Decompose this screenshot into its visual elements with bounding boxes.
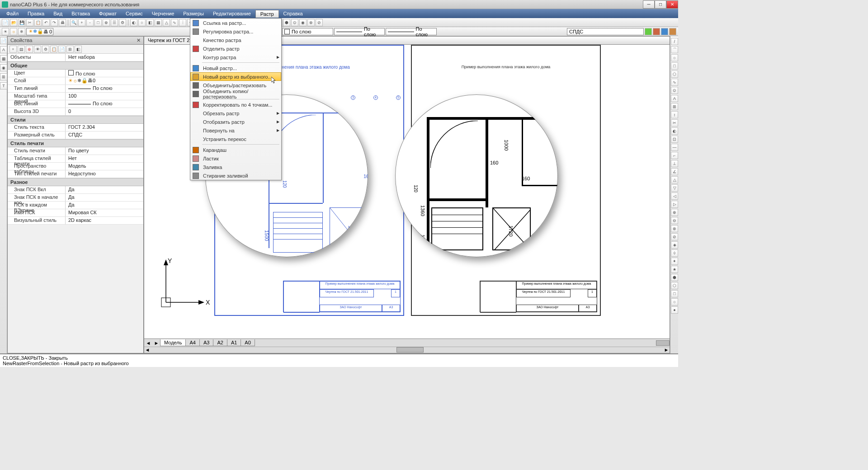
layer-combo[interactable]: ☀❄🔒🖶 0	[26, 28, 53, 35]
horizontal-scrollbar[interactable]: ◄ ►	[144, 347, 670, 353]
panel-close-icon[interactable]: ✕	[137, 38, 141, 43]
toolbar-button[interactable]: ⊙	[291, 19, 298, 26]
toolbar-button[interactable]: □	[94, 19, 102, 26]
right-toolbar-button[interactable]: ⊕	[671, 209, 678, 216]
toolbar-button[interactable]: ↷	[51, 19, 58, 26]
menu-правка[interactable]: Правка	[23, 10, 49, 17]
property-group-header[interactable]: Стиль печати	[8, 139, 143, 147]
right-toolbar-button[interactable]: ◈	[671, 241, 678, 249]
rail-icon[interactable]: A	[0, 46, 7, 53]
right-toolbar-button[interactable]: △	[671, 176, 678, 183]
property-row[interactable]: Знак ПСК ВклДа	[8, 186, 143, 194]
tb-icon[interactable]	[669, 28, 676, 35]
property-row[interactable]: Слой☀☼❄🔒🖶0	[8, 77, 143, 85]
right-toolbar-button[interactable]: ⊥	[671, 160, 678, 167]
property-row[interactable]: Визуальный стиль2D каркас	[8, 217, 143, 225]
property-row[interactable]: Имя ПСКМировая СК	[8, 209, 143, 217]
property-row[interactable]: Высота 3D0	[8, 108, 143, 116]
props-tool-icon[interactable]: ⚙	[42, 46, 49, 53]
menu-растр[interactable]: Растр	[255, 10, 279, 18]
right-toolbar-button[interactable]: —	[671, 144, 678, 151]
property-row[interactable]: Стиль печатиПо цвету	[8, 147, 143, 155]
right-toolbar-button[interactable]: ○	[671, 54, 678, 61]
layout-tab[interactable]: Модель	[160, 339, 186, 346]
toolbar-button[interactable]: -	[86, 19, 94, 26]
right-toolbar-button[interactable]: ⊗	[671, 225, 678, 232]
menu-item[interactable]: Отделить растр	[190, 44, 281, 53]
right-toolbar-button[interactable]: ●	[671, 306, 678, 314]
right-toolbar-button[interactable]: ↕	[671, 111, 678, 118]
menu-item[interactable]: Карандаш	[190, 146, 281, 154]
layout-tab[interactable]: A3	[199, 339, 213, 346]
toolbar-button[interactable]: +	[78, 19, 85, 26]
tb-icon[interactable]	[653, 28, 660, 35]
right-toolbar-button[interactable]: A	[671, 95, 678, 102]
minimize-button[interactable]: ─	[643, 0, 655, 9]
tb-sun-icon[interactable]: ☼	[10, 28, 17, 35]
toolbar-button[interactable]: ◉	[299, 19, 307, 26]
right-toolbar-button[interactable]: ◁	[671, 193, 678, 200]
menu-item[interactable]: Контур растра▶	[190, 53, 281, 61]
property-row[interactable]: ЦветПо слою	[8, 70, 143, 77]
menu-сервис[interactable]: Сервис	[121, 10, 147, 17]
right-toolbar-button[interactable]: ∠	[671, 168, 678, 175]
menu-item[interactable]: Объединить копию/растеризовать	[190, 89, 281, 98]
property-row[interactable]: Размерный стильСПДС	[8, 132, 143, 139]
menu-item[interactable]: Обрезать растр▶	[190, 109, 281, 118]
property-row[interactable]: ПСК в каждом ВЭкранеДа	[8, 202, 143, 209]
tab-scroll-left-icon[interactable]: ◄	[144, 340, 152, 346]
toolbar-button[interactable]: ◧	[146, 19, 154, 26]
menu-вид[interactable]: Вид	[49, 10, 67, 17]
right-toolbar-button[interactable]: ✂	[671, 119, 678, 127]
menu-item[interactable]: Устранить перекос	[190, 135, 281, 143]
tb-new-icon[interactable]: ☀	[2, 28, 9, 35]
props-tool-icon[interactable]: 👁	[34, 46, 41, 53]
menu-item[interactable]: Новый растр из выбранного...	[190, 72, 281, 81]
menu-редактирование[interactable]: Редактирование	[208, 10, 255, 17]
toolbar-button[interactable]: 🔍	[70, 19, 77, 26]
menu-item[interactable]: Ссылка на растр...	[190, 19, 281, 27]
menu-item[interactable]: Отобразить растр▶	[190, 118, 281, 126]
props-tool-icon[interactable]: 📄	[58, 46, 66, 53]
right-toolbar-button[interactable]: ◊	[671, 249, 678, 257]
rail-icon[interactable]: ▦	[0, 55, 7, 62]
toolbar-button[interactable]: ◐	[130, 19, 137, 26]
hscroll-thumb[interactable]	[656, 340, 670, 346]
property-group-header[interactable]: Стили	[8, 116, 143, 124]
rail-icon[interactable]: 📄	[0, 37, 7, 44]
toolbar-button[interactable]: 📄	[2, 19, 9, 26]
linetype-combo[interactable]: По слою	[334, 28, 385, 35]
toolbar-button[interactable]: ○	[138, 19, 146, 26]
right-toolbar-button[interactable]: ★	[671, 266, 678, 273]
menu-размеры[interactable]: Размеры	[179, 10, 208, 17]
toolbar-button[interactable]: 🖶	[59, 19, 66, 26]
right-toolbar-button[interactable]: ▷	[671, 201, 678, 208]
menu-item[interactable]: Регулировка растра...	[190, 27, 281, 36]
menu-черчение[interactable]: Черчение	[147, 10, 179, 17]
property-row[interactable]: Тип стилей печатиНедоступно	[8, 170, 143, 178]
toolbar-button[interactable]: ⊕	[103, 19, 110, 26]
toolbar-button[interactable]: △	[163, 19, 170, 26]
props-tool-icon[interactable]: ⊕	[26, 46, 33, 53]
toolbar-button[interactable]: ↶	[42, 19, 50, 26]
right-toolbar-button[interactable]: ⬢	[671, 274, 678, 281]
menu-справка[interactable]: Справка	[279, 10, 307, 17]
spds-combo[interactable]: СПДС	[567, 28, 644, 35]
rail-icon[interactable]: ◉	[0, 64, 7, 71]
property-row[interactable]: Пространство таблицы...Модель	[8, 163, 143, 170]
property-row[interactable]: Вес линийПо слою	[8, 100, 143, 108]
props-tool-icon[interactable]: ▤	[18, 46, 25, 53]
menu-item[interactable]: Ластик	[190, 154, 281, 163]
toolbar-button[interactable]: 📂	[10, 19, 17, 26]
command-line[interactable]: CLOSE,ЗАКРЫТЬ - Закрыть NewRasterFromSel…	[0, 353, 678, 367]
property-row[interactable]: Таблица стилей печатиНет	[8, 155, 143, 163]
right-toolbar-button[interactable]: ○	[671, 298, 678, 306]
property-row[interactable]: Стиль текстаГОСТ 2.304	[8, 124, 143, 132]
tab-scroll-right-icon[interactable]: ►	[152, 340, 160, 346]
toolbar-button[interactable]: ⬢	[283, 19, 290, 26]
menu-вставка[interactable]: Вставка	[67, 10, 94, 17]
toolbar-button[interactable]: ✂	[26, 19, 33, 26]
toolbar-button[interactable]: ∿	[171, 19, 178, 26]
menu-item[interactable]: Повернуть на▶	[190, 126, 281, 135]
right-toolbar-button[interactable]: ⊙	[671, 87, 678, 94]
